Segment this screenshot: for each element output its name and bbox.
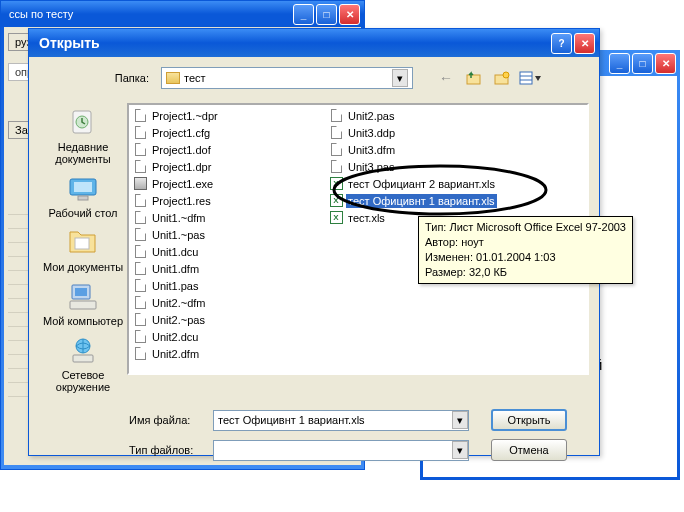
generic-file-icon [329,143,343,157]
file-label: тест.xls [346,211,387,225]
sidebar-mycomputer[interactable]: Мой компьютер [41,281,125,327]
sidebar-recent[interactable]: Недавние документы [41,107,125,165]
file-item[interactable]: Project1.dof [131,141,327,158]
file-label: Project1.dpr [150,160,213,174]
generic-file-icon [133,194,147,208]
folder-value: тест [184,72,206,84]
sidebar-mydocs[interactable]: Мои документы [41,227,125,273]
generic-file-icon [133,211,147,225]
file-item[interactable]: Unit2.dfm [131,345,327,362]
file-label: Project1.~dpr [150,109,220,123]
file-label: тест Официант 2 вариант.xls [346,177,497,191]
file-item[interactable]: Unit2.~pas [131,311,327,328]
file-tooltip: Тип: Лист Microsoft Office Excel 97-2003… [418,216,633,284]
dialog-toolbar: Папка: тест ▾ ← [29,57,599,97]
file-label: Unit1.~dfm [150,211,208,225]
file-label: Unit1.dfm [150,262,201,276]
generic-file-icon [133,262,147,276]
file-label: Unit2.dcu [150,330,200,344]
file-item[interactable]: Project1.~dpr [131,107,327,124]
file-item[interactable]: Unit2.~dfm [131,294,327,311]
file-label: Unit1.dcu [150,245,200,259]
desktop-icon [66,176,100,202]
generic-file-icon [133,143,147,157]
folder-dropdown-arrow[interactable]: ▾ [392,69,408,87]
file-item[interactable]: Xтест Официвнт 1 вариант.xls [327,192,523,209]
parent-close-button[interactable]: ✕ [339,4,360,25]
file-item[interactable]: Unit1.pas [131,277,327,294]
tooltip-type: Тип: Лист Microsoft Office Excel 97-2003 [425,220,626,235]
secondary-minimize-button[interactable]: _ [609,53,630,74]
generic-file-icon [133,228,147,242]
svg-rect-3 [520,72,532,84]
open-button[interactable]: Открыть [491,409,567,431]
svg-rect-9 [74,182,92,192]
file-label: Project1.exe [150,177,215,191]
places-sidebar: Недавние документы Рабочий стол Мои доку… [39,103,127,393]
parent-titlebar: ссы по тесту _ □ ✕ [1,1,364,27]
file-item[interactable]: Project1.cfg [131,124,327,141]
filetype-dropdown-arrow[interactable]: ▾ [452,441,468,459]
parent-maximize-button[interactable]: □ [316,4,337,25]
mydocs-icon [67,230,99,256]
exe-file-icon [133,177,147,191]
generic-file-icon [133,330,147,344]
sidebar-desktop[interactable]: Рабочий стол [41,173,125,219]
file-item[interactable]: Unit1.~dfm [131,209,327,226]
parent-minimize-button[interactable]: _ [293,4,314,25]
filename-combo[interactable]: тест Официвнт 1 вариант.xls ▾ [213,410,469,431]
generic-file-icon [133,347,147,361]
file-item[interactable]: Unit1.dcu [131,243,327,260]
new-folder-icon[interactable] [491,67,513,89]
sidebar-network[interactable]: Сетевое окружение [41,335,125,393]
generic-file-icon [133,126,147,140]
file-item[interactable]: Unit3.pas [327,158,523,175]
dialog-help-button[interactable]: ? [551,33,572,54]
file-label: Unit3.ddp [346,126,397,140]
secondary-maximize-button[interactable]: □ [632,53,653,74]
network-icon [68,337,98,365]
file-label: Unit2.pas [346,109,396,123]
file-item[interactable]: Unit3.dfm [327,141,523,158]
filename-dropdown-arrow[interactable]: ▾ [452,411,468,429]
file-item[interactable]: Unit1.~pas [131,226,327,243]
file-item[interactable]: Unit2.pas [327,107,523,124]
file-item[interactable]: Project1.exe [131,175,327,192]
svg-rect-14 [70,301,96,309]
excel-file-icon: X [329,177,343,191]
generic-file-icon [329,160,343,174]
file-item[interactable]: Xтест Официант 2 вариант.xls [327,175,523,192]
file-label: Unit2.dfm [150,347,201,361]
sidebar-desktop-label: Рабочий стол [48,207,117,219]
file-item[interactable]: Unit2.dcu [131,328,327,345]
generic-file-icon [329,109,343,123]
secondary-close-button[interactable]: ✕ [655,53,676,74]
file-item[interactable]: Unit1.dfm [131,260,327,277]
svg-rect-11 [75,238,89,249]
sidebar-recent-label: Недавние документы [41,141,125,165]
generic-file-icon [133,296,147,310]
svg-rect-10 [78,196,88,200]
sidebar-mycomputer-label: Мой компьютер [43,315,123,327]
up-folder-icon[interactable] [463,67,485,89]
generic-file-icon [133,313,147,327]
file-label: Unit2.~pas [150,313,207,327]
tooltip-author: Автор: ноут [425,235,626,250]
back-icon[interactable]: ← [435,67,457,89]
cancel-button[interactable]: Отмена [491,439,567,461]
dialog-close-button[interactable]: ✕ [574,33,595,54]
folder-combo[interactable]: тест ▾ [161,67,413,89]
folder-icon [166,72,180,84]
dialog-titlebar: Открыть ? ✕ [29,29,599,57]
file-item[interactable]: Project1.dpr [131,158,327,175]
filetype-combo[interactable]: ▾ [213,440,469,461]
file-item[interactable]: Unit3.ddp [327,124,523,141]
folder-label: Папка: [111,72,155,84]
excel-file-icon: X [329,211,343,225]
file-item[interactable]: Project1.res [131,192,327,209]
views-icon[interactable] [519,67,541,89]
tooltip-size: Размер: 32,0 КБ [425,265,626,280]
dialog-title: Открыть [39,35,100,51]
tooltip-modified: Изменен: 01.01.2004 1:03 [425,250,626,265]
recent-icon [67,107,99,139]
